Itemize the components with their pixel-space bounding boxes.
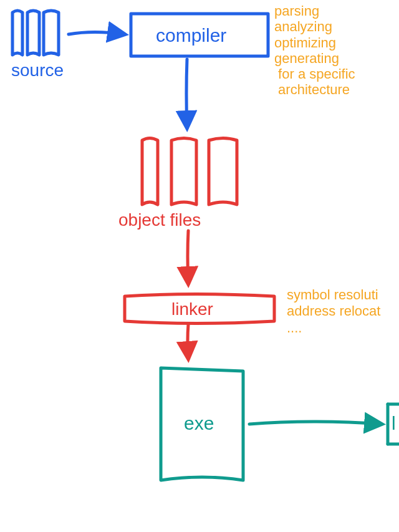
linker-notes: symbol resoluti address relocat .... — [287, 287, 380, 336]
object-files-icon — [142, 138, 237, 205]
arrow-linker-to-exe — [188, 324, 188, 359]
compiler-notes: parsing analyzing optimizing generating … — [274, 3, 355, 98]
compiler-label: compiler — [156, 24, 226, 47]
source-files-icon — [12, 11, 59, 55]
linker-label: linker — [171, 298, 213, 320]
arrow-exe-to-loader — [249, 422, 382, 424]
object-files-label: object files — [118, 209, 201, 231]
arrow-source-to-compiler — [69, 32, 125, 35]
exe-label: exe — [184, 412, 214, 435]
arrow-object-to-linker — [188, 231, 188, 284]
arrow-compiler-to-object — [186, 59, 187, 128]
loader-partial-label: l — [392, 412, 396, 435]
source-label: source — [11, 59, 64, 81]
